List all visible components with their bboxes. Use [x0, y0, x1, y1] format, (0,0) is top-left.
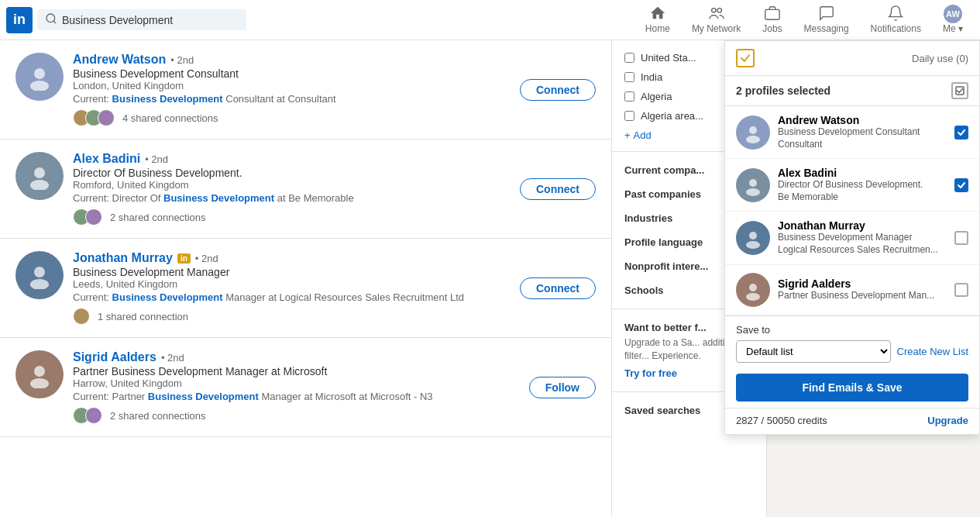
- nav-me[interactable]: AW Me ▾: [932, 0, 974, 40]
- filter-label-us: United Sta...: [641, 52, 696, 64]
- profile-checkbox-sigrid[interactable]: [954, 283, 968, 297]
- daily-use-label: Daily use (0): [912, 53, 968, 64]
- svg-point-8: [30, 180, 49, 190]
- profile-row-andrew: Andrew Watson Business Development Consu…: [725, 106, 979, 159]
- select-all-button[interactable]: [951, 82, 968, 99]
- person-info-sigrid: Sigrid Aalders • 2nd Partner Business De…: [73, 350, 529, 424]
- svg-point-18: [749, 232, 757, 240]
- profile-info-jonathan: Jonathan Murray Business Development Man…: [778, 219, 947, 256]
- current-highlight-sigrid: Business Development: [148, 391, 259, 402]
- current-highlight-alex: Business Development: [163, 192, 274, 204]
- profile-row-alex: Alex Badini Director Of Business Develop…: [725, 159, 979, 212]
- nav-network-label: My Network: [692, 23, 741, 34]
- profiles-selected-header: 2 profiles selected: [725, 76, 979, 106]
- person-title-jonathan: Business Development Manager: [73, 266, 520, 278]
- shared-count-jonathan: 1 shared connection: [98, 311, 188, 322]
- svg-line-1: [53, 21, 56, 23]
- linkedin-logo[interactable]: in: [6, 7, 33, 33]
- find-emails-save-button[interactable]: Find Emails & Save: [736, 374, 968, 402]
- person-degree-andrew: • 2nd: [170, 54, 194, 66]
- nav-home-label: Home: [645, 23, 670, 34]
- shared-count-andrew: 4 shared connections: [122, 112, 218, 124]
- filter-checkbox-india[interactable]: [624, 72, 634, 82]
- shared-connections-andrew: 4 shared connections: [73, 109, 520, 126]
- nav-jobs-label: Jobs: [762, 23, 782, 34]
- profile-checkbox-jonathan[interactable]: [954, 231, 968, 245]
- person-degree-sigrid: • 2nd: [161, 352, 184, 364]
- filter-label-india: India: [641, 71, 662, 83]
- follow-button-sigrid[interactable]: Follow: [529, 377, 596, 398]
- svg-point-19: [746, 241, 760, 249]
- person-card-sigrid: Sigrid Aalders • 2nd Partner Business De…: [0, 338, 611, 437]
- content-row: Andrew Watson • 2nd Business Development…: [0, 40, 980, 517]
- svg-point-12: [30, 378, 49, 388]
- header-checkbox[interactable]: [736, 49, 755, 67]
- filter-checkbox-us[interactable]: [624, 53, 634, 63]
- shared-avatar-j1: [73, 308, 90, 325]
- profile-title-alex: Director Of Business Development.Be Memo…: [778, 179, 947, 203]
- shared-avatar-a2: [85, 209, 102, 226]
- person-location-sigrid: Harrow, United Kingdom: [73, 377, 529, 389]
- person-card-jonathan: Jonathan Murray in • 2nd Business Develo…: [0, 239, 611, 338]
- shared-count-alex: 2 shared connections: [110, 212, 206, 223]
- profile-info-alex: Alex Badini Director Of Business Develop…: [778, 167, 947, 203]
- person-name-jonathan[interactable]: Jonathan Murray: [73, 251, 173, 265]
- nav-messaging[interactable]: Messaging: [793, 0, 860, 40]
- search-input[interactable]: [62, 14, 232, 26]
- current-highlight-andrew: Business Development: [112, 93, 223, 105]
- person-card-alex: Alex Badini • 2nd Director Of Business D…: [0, 140, 611, 239]
- person-name-alex[interactable]: Alex Badini: [73, 152, 140, 166]
- nav-jobs[interactable]: Jobs: [751, 0, 793, 40]
- avatar-jonathan: [15, 251, 64, 299]
- create-new-list-link[interactable]: Create New List: [897, 346, 968, 357]
- shared-connections-alex: 2 shared connections: [73, 209, 520, 226]
- person-card-andrew: Andrew Watson • 2nd Business Development…: [0, 40, 611, 140]
- nav-notifications[interactable]: Notifications: [860, 0, 932, 40]
- svg-point-10: [30, 279, 49, 289]
- svg-point-5: [34, 68, 45, 79]
- dropdown-panel: Daily use (0) 2 profiles selected Andrew…: [724, 40, 980, 435]
- person-current-sigrid: Current: Partner Business Development Ma…: [73, 391, 529, 402]
- person-title-alex: Director Of Business Development.: [73, 167, 520, 179]
- person-location-andrew: London, United Kingdom: [73, 80, 520, 91]
- person-info-alex: Alex Badini • 2nd Director Of Business D…: [73, 152, 520, 226]
- nav-home[interactable]: Home: [634, 0, 681, 40]
- save-to-row: Default list Create New List: [736, 340, 968, 363]
- person-name-sigrid[interactable]: Sigrid Aalders: [73, 350, 156, 364]
- person-location-alex: Romford, United Kingdom: [73, 179, 520, 191]
- nav-notifications-label: Notifications: [871, 23, 921, 34]
- svg-point-0: [46, 14, 55, 22]
- connect-button-jonathan[interactable]: Connect: [520, 277, 596, 299]
- svg-rect-4: [765, 9, 779, 19]
- profile-checkbox-alex[interactable]: [954, 178, 968, 192]
- filter-label-algeria-area: Algeria area...: [641, 110, 703, 122]
- shared-avatar-3: [98, 109, 115, 126]
- profile-avatar-alex: [736, 168, 770, 202]
- connect-button-alex[interactable]: Connect: [520, 178, 596, 200]
- svg-point-16: [749, 179, 757, 187]
- profile-title-jonathan: Business Development ManagerLogical Reso…: [778, 232, 947, 256]
- nav-items: Home My Network Jobs Messaging Notificat…: [634, 0, 974, 40]
- list-select[interactable]: Default list: [736, 340, 891, 363]
- svg-point-15: [746, 136, 760, 143]
- avatar-alex: [15, 152, 64, 200]
- filter-checkbox-algeria[interactable]: [624, 91, 634, 102]
- svg-point-17: [746, 188, 760, 196]
- avatar-andrew: [15, 53, 64, 101]
- connect-button-andrew[interactable]: Connect: [520, 79, 596, 101]
- filter-checkbox-algeria-area[interactable]: [624, 111, 634, 121]
- profile-avatar-jonathan: [736, 221, 770, 255]
- svg-point-3: [717, 8, 721, 12]
- shared-count-sigrid: 2 shared connections: [110, 410, 206, 422]
- upgrade-link[interactable]: Upgrade: [927, 415, 968, 426]
- person-current-jonathan: Current: Business Development Manager at…: [73, 291, 520, 303]
- profile-checkbox-andrew[interactable]: [954, 126, 968, 140]
- save-to-label: Save to: [736, 324, 968, 336]
- person-name-andrew[interactable]: Andrew Watson: [73, 53, 166, 67]
- nav-network[interactable]: My Network: [681, 0, 751, 40]
- profile-info-sigrid: Sigrid Aalders Partner Business Developm…: [778, 277, 947, 302]
- profiles-selected-text: 2 profiles selected: [736, 84, 830, 97]
- shared-connections-jonathan: 1 shared connection: [73, 308, 520, 325]
- search-bar: [37, 9, 246, 30]
- person-info-andrew: Andrew Watson • 2nd Business Development…: [73, 53, 520, 126]
